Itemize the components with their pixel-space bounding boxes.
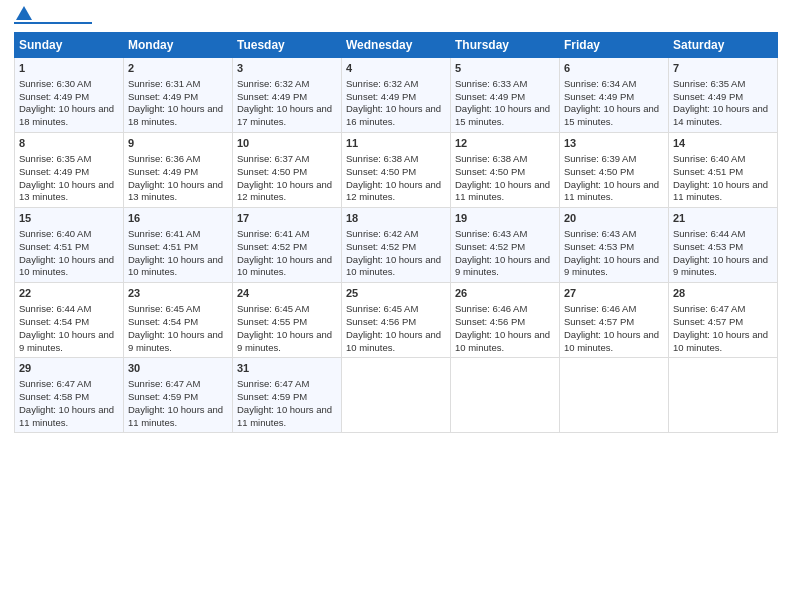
sunrise-text: Sunrise: 6:46 AM: [564, 303, 636, 314]
sunrise-text: Sunrise: 6:34 AM: [564, 78, 636, 89]
sunrise-text: Sunrise: 6:43 AM: [455, 228, 527, 239]
sunrise-text: Sunrise: 6:47 AM: [19, 378, 91, 389]
daylight-text: Daylight: 10 hours and 10 minutes.: [346, 329, 441, 353]
day-number: 4: [346, 61, 446, 76]
day-cell: 18Sunrise: 6:42 AMSunset: 4:52 PMDayligh…: [342, 208, 451, 283]
daylight-text: Daylight: 10 hours and 11 minutes.: [19, 404, 114, 428]
sunrise-text: Sunrise: 6:47 AM: [128, 378, 200, 389]
sunrise-text: Sunrise: 6:31 AM: [128, 78, 200, 89]
sunset-text: Sunset: 4:49 PM: [128, 91, 198, 102]
day-cell: 27Sunrise: 6:46 AMSunset: 4:57 PMDayligh…: [560, 283, 669, 358]
col-header-saturday: Saturday: [669, 33, 778, 58]
day-number: 15: [19, 211, 119, 226]
day-cell: 1Sunrise: 6:30 AMSunset: 4:49 PMDaylight…: [15, 58, 124, 133]
daylight-text: Daylight: 10 hours and 11 minutes.: [128, 404, 223, 428]
daylight-text: Daylight: 10 hours and 11 minutes.: [237, 404, 332, 428]
daylight-text: Daylight: 10 hours and 18 minutes.: [128, 103, 223, 127]
week-row-3: 15Sunrise: 6:40 AMSunset: 4:51 PMDayligh…: [15, 208, 778, 283]
day-cell: 13Sunrise: 6:39 AMSunset: 4:50 PMDayligh…: [560, 133, 669, 208]
week-row-5: 29Sunrise: 6:47 AMSunset: 4:58 PMDayligh…: [15, 358, 778, 433]
day-number: 8: [19, 136, 119, 151]
day-cell: 12Sunrise: 6:38 AMSunset: 4:50 PMDayligh…: [451, 133, 560, 208]
day-cell: 26Sunrise: 6:46 AMSunset: 4:56 PMDayligh…: [451, 283, 560, 358]
header: [14, 10, 778, 24]
day-number: 12: [455, 136, 555, 151]
day-number: 3: [237, 61, 337, 76]
sunset-text: Sunset: 4:50 PM: [455, 166, 525, 177]
day-number: 22: [19, 286, 119, 301]
sunset-text: Sunset: 4:58 PM: [19, 391, 89, 402]
day-cell: 2Sunrise: 6:31 AMSunset: 4:49 PMDaylight…: [124, 58, 233, 133]
day-cell: 16Sunrise: 6:41 AMSunset: 4:51 PMDayligh…: [124, 208, 233, 283]
sunset-text: Sunset: 4:53 PM: [564, 241, 634, 252]
day-cell: [669, 358, 778, 433]
week-row-1: 1Sunrise: 6:30 AMSunset: 4:49 PMDaylight…: [15, 58, 778, 133]
day-number: 30: [128, 361, 228, 376]
sunset-text: Sunset: 4:54 PM: [19, 316, 89, 327]
day-number: 18: [346, 211, 446, 226]
sunset-text: Sunset: 4:59 PM: [128, 391, 198, 402]
col-header-tuesday: Tuesday: [233, 33, 342, 58]
day-cell: 10Sunrise: 6:37 AMSunset: 4:50 PMDayligh…: [233, 133, 342, 208]
sunrise-text: Sunrise: 6:30 AM: [19, 78, 91, 89]
sunrise-text: Sunrise: 6:36 AM: [128, 153, 200, 164]
day-cell: 5Sunrise: 6:33 AMSunset: 4:49 PMDaylight…: [451, 58, 560, 133]
day-cell: 7Sunrise: 6:35 AMSunset: 4:49 PMDaylight…: [669, 58, 778, 133]
daylight-text: Daylight: 10 hours and 15 minutes.: [564, 103, 659, 127]
day-cell: 31Sunrise: 6:47 AMSunset: 4:59 PMDayligh…: [233, 358, 342, 433]
sunset-text: Sunset: 4:50 PM: [237, 166, 307, 177]
daylight-text: Daylight: 10 hours and 18 minutes.: [19, 103, 114, 127]
col-header-monday: Monday: [124, 33, 233, 58]
sunset-text: Sunset: 4:59 PM: [237, 391, 307, 402]
sunrise-text: Sunrise: 6:45 AM: [237, 303, 309, 314]
sunset-text: Sunset: 4:49 PM: [19, 91, 89, 102]
sunset-text: Sunset: 4:49 PM: [564, 91, 634, 102]
day-number: 2: [128, 61, 228, 76]
sunrise-text: Sunrise: 6:47 AM: [237, 378, 309, 389]
sunset-text: Sunset: 4:49 PM: [673, 91, 743, 102]
col-header-thursday: Thursday: [451, 33, 560, 58]
sunrise-text: Sunrise: 6:45 AM: [128, 303, 200, 314]
sunset-text: Sunset: 4:49 PM: [19, 166, 89, 177]
sunrise-text: Sunrise: 6:39 AM: [564, 153, 636, 164]
daylight-text: Daylight: 10 hours and 9 minutes.: [455, 254, 550, 278]
daylight-text: Daylight: 10 hours and 14 minutes.: [673, 103, 768, 127]
sunset-text: Sunset: 4:52 PM: [237, 241, 307, 252]
day-cell: 19Sunrise: 6:43 AMSunset: 4:52 PMDayligh…: [451, 208, 560, 283]
day-cell: 25Sunrise: 6:45 AMSunset: 4:56 PMDayligh…: [342, 283, 451, 358]
sunset-text: Sunset: 4:52 PM: [346, 241, 416, 252]
day-number: 17: [237, 211, 337, 226]
day-number: 21: [673, 211, 773, 226]
daylight-text: Daylight: 10 hours and 10 minutes.: [673, 329, 768, 353]
day-number: 14: [673, 136, 773, 151]
sunrise-text: Sunrise: 6:40 AM: [673, 153, 745, 164]
daylight-text: Daylight: 10 hours and 11 minutes.: [564, 179, 659, 203]
col-header-wednesday: Wednesday: [342, 33, 451, 58]
day-number: 27: [564, 286, 664, 301]
daylight-text: Daylight: 10 hours and 9 minutes.: [673, 254, 768, 278]
sunset-text: Sunset: 4:49 PM: [455, 91, 525, 102]
calendar-table: SundayMondayTuesdayWednesdayThursdayFrid…: [14, 32, 778, 433]
daylight-text: Daylight: 10 hours and 13 minutes.: [19, 179, 114, 203]
daylight-text: Daylight: 10 hours and 12 minutes.: [346, 179, 441, 203]
daylight-text: Daylight: 10 hours and 12 minutes.: [237, 179, 332, 203]
sunrise-text: Sunrise: 6:38 AM: [346, 153, 418, 164]
daylight-text: Daylight: 10 hours and 10 minutes.: [346, 254, 441, 278]
day-cell: [560, 358, 669, 433]
day-number: 29: [19, 361, 119, 376]
sunrise-text: Sunrise: 6:43 AM: [564, 228, 636, 239]
day-number: 24: [237, 286, 337, 301]
sunset-text: Sunset: 4:51 PM: [128, 241, 198, 252]
sunset-text: Sunset: 4:56 PM: [455, 316, 525, 327]
daylight-text: Daylight: 10 hours and 9 minutes.: [128, 329, 223, 353]
sunrise-text: Sunrise: 6:44 AM: [19, 303, 91, 314]
col-header-sunday: Sunday: [15, 33, 124, 58]
sunrise-text: Sunrise: 6:38 AM: [455, 153, 527, 164]
sunrise-text: Sunrise: 6:33 AM: [455, 78, 527, 89]
daylight-text: Daylight: 10 hours and 9 minutes.: [19, 329, 114, 353]
day-cell: 4Sunrise: 6:32 AMSunset: 4:49 PMDaylight…: [342, 58, 451, 133]
sunrise-text: Sunrise: 6:46 AM: [455, 303, 527, 314]
day-number: 23: [128, 286, 228, 301]
logo-triangle-icon: [16, 6, 32, 20]
sunrise-text: Sunrise: 6:40 AM: [19, 228, 91, 239]
